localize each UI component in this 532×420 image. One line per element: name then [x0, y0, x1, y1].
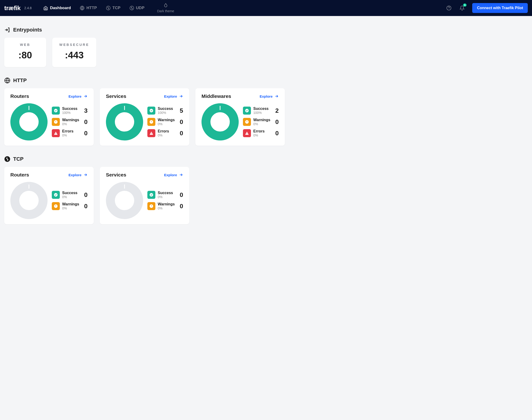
success-icon — [52, 106, 60, 115]
entrypoint-card[interactable]: WEBSECURE :443 — [52, 38, 96, 67]
explore-link[interactable]: Explore — [69, 94, 88, 98]
stat-card: Routers Explore Success0% 0 Warnings0% 0 — [4, 167, 94, 224]
swap-icon — [129, 6, 134, 10]
errors-pct: 0% — [253, 134, 271, 137]
entrypoint-name: WEB — [11, 43, 39, 46]
warnings-pct: 0% — [62, 122, 80, 126]
donut-chart — [10, 103, 47, 140]
theme-label: Dark theme — [157, 9, 174, 13]
notifications-button[interactable]: 1 — [458, 4, 466, 12]
warnings-pct: 0% — [253, 122, 271, 126]
success-count: 3 — [82, 107, 88, 114]
card-title: Services — [106, 172, 126, 178]
success-count: 2 — [274, 107, 279, 114]
nav-udp[interactable]: UDP — [126, 4, 148, 12]
page-content: Entrypoints WEB :80WEBSECURE :443 HTTP R… — [0, 16, 532, 230]
section-header-tcp: TCP — [4, 156, 528, 162]
svg-point-9 — [110, 108, 139, 136]
success-count: 0 — [178, 191, 183, 199]
help-icon — [446, 5, 452, 11]
success-label: Success — [158, 191, 176, 195]
errors-count: 0 — [274, 130, 279, 137]
login-icon — [4, 27, 10, 33]
success-count: 0 — [82, 191, 88, 199]
error-icon — [52, 129, 60, 137]
warnings-label: Warnings — [158, 202, 176, 206]
warning-icon — [52, 118, 60, 126]
arrow-right-icon — [83, 94, 88, 98]
success-label: Success — [62, 191, 80, 195]
entrypoint-port: :443 — [59, 50, 89, 60]
errors-count: 0 — [178, 130, 183, 137]
warning-icon — [147, 202, 155, 210]
entrypoint-card[interactable]: WEB :80 — [4, 38, 46, 67]
warnings-count: 0 — [178, 203, 183, 210]
stat-card: Services Explore Success100% 5 Warnings0… — [100, 88, 189, 146]
section-header-http: HTTP — [4, 77, 528, 84]
nav-tcp[interactable]: TCP — [103, 4, 124, 12]
tcp-title: TCP — [13, 156, 24, 162]
errors-pct: 0% — [158, 134, 176, 137]
svg-point-13 — [206, 108, 234, 136]
warnings-count: 0 — [82, 118, 88, 126]
error-icon — [243, 129, 251, 137]
warning-icon — [243, 118, 251, 126]
errors-label: Errors — [62, 129, 80, 134]
donut-chart — [201, 103, 239, 140]
errors-count: 0 — [82, 130, 88, 137]
success-icon — [147, 106, 155, 115]
success-label: Success — [253, 106, 271, 111]
success-icon — [243, 106, 251, 115]
globe-icon — [80, 6, 85, 10]
nav-dashboard-label: Dashboard — [50, 6, 71, 10]
donut-chart — [10, 182, 47, 219]
card-title: Middlewares — [201, 93, 231, 99]
swap-icon — [4, 156, 10, 162]
theme-toggle[interactable]: Dark theme — [157, 3, 174, 13]
explore-link[interactable]: Explore — [164, 173, 183, 177]
nav-udp-label: UDP — [136, 6, 145, 10]
errors-pct: 0% — [62, 134, 80, 137]
error-icon — [147, 129, 155, 137]
success-pct: 0% — [62, 195, 80, 199]
help-button[interactable] — [445, 4, 453, 12]
donut-chart — [106, 182, 143, 219]
droplet-icon — [163, 3, 168, 8]
errors-label: Errors — [158, 129, 176, 134]
version-label: 2.4.8 — [24, 6, 31, 10]
success-icon — [147, 191, 155, 199]
card-title: Routers — [10, 172, 29, 178]
success-icon — [52, 191, 60, 199]
success-label: Success — [62, 106, 80, 111]
svg-point-22 — [110, 186, 139, 215]
connect-pilot-button[interactable]: Connect with Traefik Pilot — [472, 3, 528, 13]
arrow-right-icon — [83, 173, 88, 177]
nav-http[interactable]: HTTP — [76, 4, 100, 12]
donut-chart — [106, 103, 143, 140]
success-pct: 100% — [158, 111, 176, 115]
home-icon — [43, 6, 48, 10]
logo: træfik — [4, 4, 20, 12]
card-title: Routers — [10, 93, 29, 99]
warnings-count: 0 — [82, 203, 88, 210]
top-bar: træfik 2.4.8 Dashboard HTTP TCP UDP Dark… — [0, 0, 532, 16]
explore-link[interactable]: Explore — [164, 94, 183, 98]
explore-link[interactable]: Explore — [69, 173, 88, 177]
warning-icon — [147, 118, 155, 126]
success-pct: 100% — [253, 111, 271, 115]
warnings-label: Warnings — [158, 118, 176, 122]
success-count: 5 — [178, 107, 183, 114]
warning-icon — [52, 202, 60, 210]
warnings-pct: 0% — [62, 206, 80, 210]
entrypoint-port: :80 — [11, 50, 39, 60]
warnings-label: Warnings — [62, 118, 80, 122]
explore-link[interactable]: Explore — [260, 94, 279, 98]
warnings-pct: 0% — [158, 122, 176, 126]
http-title: HTTP — [13, 77, 27, 84]
nav-dashboard[interactable]: Dashboard — [40, 4, 74, 12]
warnings-count: 0 — [274, 118, 279, 126]
entrypoints-title: Entrypoints — [13, 27, 42, 33]
stat-card: Middlewares Explore Success100% 2 Warnin… — [195, 88, 285, 146]
arrow-right-icon — [274, 94, 279, 98]
globe-icon — [4, 77, 10, 84]
